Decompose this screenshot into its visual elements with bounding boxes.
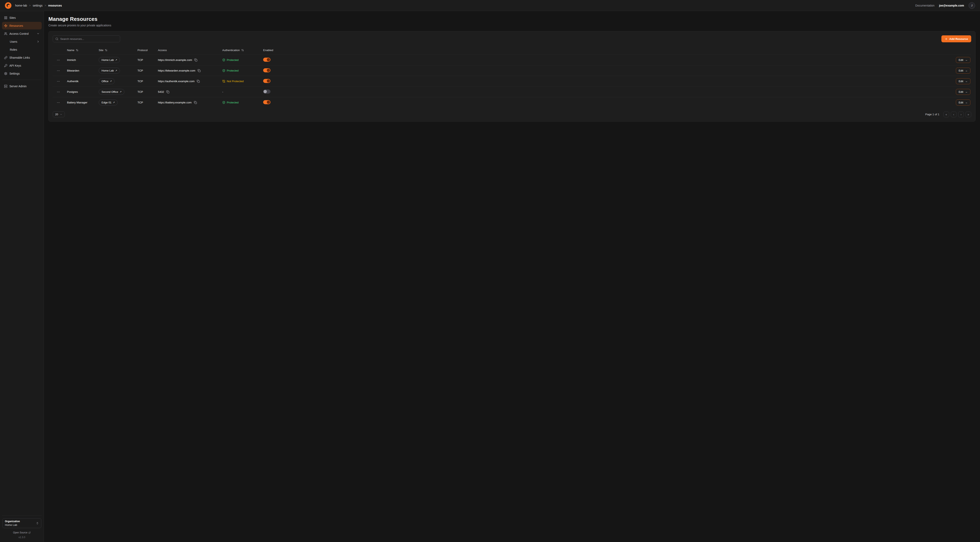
- org-value: Home Lab: [5, 523, 34, 526]
- enabled-toggle[interactable]: [263, 57, 270, 62]
- shield-check-icon: [222, 101, 225, 104]
- page-info: Page 1 of 1: [925, 113, 939, 116]
- documentation-link[interactable]: Documentation: [915, 4, 934, 7]
- sidebar-item-label: Server Admin: [10, 84, 27, 88]
- chevron-down-icon: [60, 113, 62, 116]
- sidebar-bottom: Organization Home Lab Open Source v1.3.0: [2, 515, 42, 542]
- card-toolbar: Add Resource: [53, 35, 971, 42]
- sidebar: Sites Resources Access Control Users Rol…: [0, 11, 44, 542]
- auth-status: Protected: [222, 59, 263, 62]
- site-link-button[interactable]: Office↗: [99, 78, 115, 84]
- sidebar-item-server-admin[interactable]: Server Admin: [2, 82, 42, 90]
- arrow-right-icon: →: [965, 69, 967, 72]
- org-selector[interactable]: Organization Home Lab: [2, 518, 41, 528]
- next-page-button[interactable]: ›: [958, 112, 964, 117]
- edit-button[interactable]: Edit→: [956, 68, 970, 73]
- row-menu-button[interactable]: ⋯: [55, 57, 62, 62]
- access-url: https://authentik.example.com: [158, 80, 194, 83]
- sidebar-nav: Sites Resources Access Control Users Rol…: [2, 14, 42, 90]
- copy-icon[interactable]: [197, 80, 200, 83]
- copy-icon[interactable]: [194, 59, 197, 62]
- gear-icon: [4, 72, 7, 75]
- page-size-select[interactable]: 20: [53, 112, 65, 117]
- access-url: https://bitwarden.example.com: [158, 69, 195, 72]
- row-menu-button[interactable]: ⋯: [55, 68, 62, 73]
- search-input[interactable]: [60, 37, 118, 40]
- copy-icon[interactable]: [197, 69, 200, 72]
- search-icon: [56, 37, 59, 40]
- resource-protocol: TCP: [137, 69, 158, 72]
- header-name[interactable]: Name: [67, 49, 99, 52]
- last-page-button[interactable]: »: [966, 112, 971, 117]
- add-resource-button[interactable]: Add Resource: [942, 35, 971, 42]
- header-authentication[interactable]: Authentication: [222, 49, 263, 52]
- row-menu-button[interactable]: ⋯: [55, 100, 62, 105]
- user-email[interactable]: joe@example.com: [939, 4, 964, 7]
- sidebar-item-resources[interactable]: Resources: [2, 22, 42, 29]
- sidebar-item-label: Settings: [10, 72, 20, 75]
- edit-button[interactable]: Edit→: [956, 78, 970, 84]
- external-arrow-icon: ↗: [110, 80, 112, 83]
- site-link-button[interactable]: Second Office↗: [99, 89, 124, 95]
- resources-card: Add Resource Name Site Protoco: [48, 31, 975, 121]
- arrow-right-icon: →: [965, 91, 967, 93]
- sidebar-item-sites[interactable]: Sites: [2, 14, 42, 21]
- sidebar-item-label: Sites: [10, 16, 16, 19]
- sidebar-item-label: Users: [10, 40, 18, 43]
- header-protocol: Protocol: [137, 49, 158, 52]
- first-page-button[interactable]: «: [943, 112, 949, 117]
- copy-icon[interactable]: [194, 101, 197, 104]
- external-arrow-icon: ↗: [113, 101, 115, 104]
- table-row: ⋯ Battery Manager Edge 01↗ TCP https://b…: [53, 97, 971, 108]
- external-arrow-icon: ↗: [115, 59, 117, 61]
- edit-button[interactable]: Edit→: [956, 89, 970, 95]
- topbar-right: Documentation joe@example.com J: [915, 2, 975, 9]
- resource-protocol: TCP: [137, 90, 158, 93]
- enabled-toggle[interactable]: [263, 79, 270, 83]
- enabled-toggle[interactable]: [263, 100, 270, 104]
- sidebar-item-access-control[interactable]: Access Control: [2, 30, 42, 37]
- sidebar-item-settings[interactable]: Settings: [2, 70, 42, 77]
- resource-name: Bitwarden: [67, 69, 99, 72]
- access-port: 5432: [158, 90, 164, 93]
- breadcrumb-settings[interactable]: settings: [33, 4, 43, 7]
- row-menu-button[interactable]: ⋯: [55, 89, 62, 94]
- breadcrumb-resources[interactable]: resources: [48, 4, 62, 7]
- row-menu-button[interactable]: ⋯: [55, 79, 62, 84]
- sidebar-item-roles[interactable]: Roles: [2, 46, 42, 53]
- access-url: https://battery.example.com: [158, 101, 192, 104]
- site-link-button[interactable]: Edge 01↗: [99, 99, 118, 105]
- table-row: ⋯ Authentik Office↗ TCP https://authenti…: [53, 76, 971, 86]
- arrow-right-icon: →: [965, 101, 967, 104]
- resource-protocol: TCP: [137, 101, 158, 104]
- sort-icon: [76, 49, 78, 51]
- avatar[interactable]: J: [969, 2, 975, 9]
- table-footer: 20 Page 1 of 1 « ‹ › »: [53, 112, 971, 117]
- server-icon: [4, 84, 7, 88]
- site-link-button[interactable]: Home Lab↗: [99, 68, 120, 73]
- edit-button[interactable]: Edit→: [956, 99, 970, 105]
- topbar: home-lab > settings > resources Document…: [0, 0, 980, 11]
- arrow-right-icon: →: [965, 80, 967, 83]
- plus-icon: [945, 37, 948, 40]
- sidebar-item-shareable-links[interactable]: Shareable Links: [2, 54, 42, 61]
- header-site[interactable]: Site: [99, 49, 137, 52]
- external-link-icon: [29, 532, 31, 534]
- site-link-button[interactable]: Home Lab↗: [99, 57, 120, 63]
- page-title: Manage Resources: [48, 16, 975, 22]
- sidebar-item-users[interactable]: Users: [2, 38, 42, 45]
- enabled-toggle[interactable]: [263, 89, 270, 94]
- enabled-toggle[interactable]: [263, 68, 270, 72]
- edit-button[interactable]: Edit→: [956, 57, 970, 63]
- auth-status: Protected: [222, 101, 263, 104]
- chevron-right-icon: [37, 40, 40, 43]
- access-url: https://immich.example.com: [158, 59, 192, 62]
- header-enabled: Enabled: [263, 49, 288, 52]
- arrow-right-icon: →: [965, 59, 967, 61]
- pangolin-logo-icon[interactable]: [5, 2, 11, 9]
- previous-page-button[interactable]: ‹: [951, 112, 956, 117]
- sidebar-item-api-keys[interactable]: API Keys: [2, 62, 42, 69]
- open-source-link[interactable]: Open Source: [2, 531, 41, 534]
- copy-icon[interactable]: [166, 90, 169, 93]
- breadcrumb-home-lab[interactable]: home-lab: [15, 4, 27, 7]
